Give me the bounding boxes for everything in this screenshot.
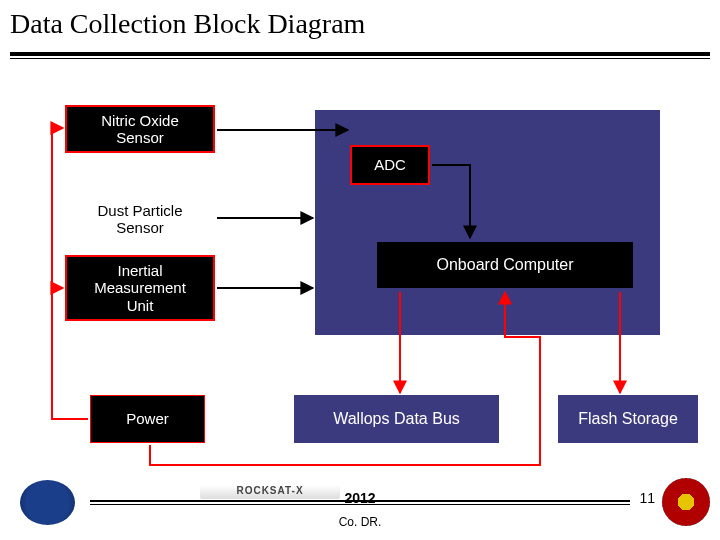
block-flash-storage: Flash Storage — [558, 395, 698, 443]
title-rule-thin — [10, 58, 710, 59]
block-dust-particle-sensor: Dust ParticleSensor — [65, 195, 215, 243]
block-wallops-data-bus: Wallops Data Bus — [294, 395, 499, 443]
footer-subtitle: Co. DR. — [0, 515, 720, 529]
footer-rule — [90, 500, 630, 502]
title-rule — [10, 52, 710, 56]
page-title: Data Collection Block Diagram — [10, 8, 365, 40]
block-power: Power — [90, 395, 205, 443]
block-nitric-oxide-sensor: Nitric OxideSensor — [65, 105, 215, 153]
block-imu: InertialMeasurementUnit — [65, 255, 215, 321]
computer-panel — [315, 110, 660, 335]
block-adc: ADC — [350, 145, 430, 185]
block-onboard-computer: Onboard Computer — [375, 240, 635, 290]
wff-logo-icon — [662, 478, 710, 526]
page-number: 11 — [639, 490, 655, 506]
footer-rule-thin — [90, 504, 630, 505]
